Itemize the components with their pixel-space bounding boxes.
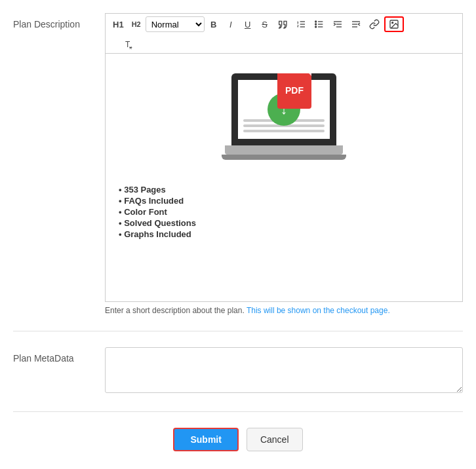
link-button[interactable] xyxy=(366,16,383,32)
bullet-item: Solved Questions xyxy=(119,218,449,228)
indent-left-button[interactable] xyxy=(329,16,346,32)
strikethrough-button[interactable]: S xyxy=(257,16,273,32)
ordered-list-button[interactable] xyxy=(292,16,309,32)
form-buttons: Submit Cancel xyxy=(13,428,463,451)
clear-format-button[interactable] xyxy=(109,36,125,52)
italic-button[interactable]: I xyxy=(223,16,239,32)
hint-link[interactable]: This will be shown on the checkout page. xyxy=(247,306,390,315)
plan-metadata-row: Plan MetaData xyxy=(13,347,463,412)
editor-toolbar-row2: Tx xyxy=(105,35,463,53)
pdf-corner-fold xyxy=(304,73,311,76)
pdf-label: PDF xyxy=(285,85,304,96)
bold-button[interactable]: B xyxy=(206,16,222,32)
laptop-graphic: PDF ↓ xyxy=(222,73,346,172)
svg-point-8 xyxy=(315,26,316,28)
editor-content-area[interactable]: PDF ↓ 353 Pa xyxy=(105,53,463,302)
unordered-list-button[interactable] xyxy=(311,16,328,32)
editor-toolbar-row1: H1 H2 Normal Heading 1 Heading 2 Heading… xyxy=(105,13,463,35)
svg-point-7 xyxy=(315,24,316,25)
indent-right-button[interactable] xyxy=(347,16,365,32)
plan-description-label: Plan Description xyxy=(13,13,105,31)
feature-bullet-list: 353 PagesFAQs IncludedColor FontSolved Q… xyxy=(119,185,449,239)
bullet-item: Graphs Included xyxy=(119,229,449,239)
format-select[interactable]: Normal Heading 1 Heading 2 Heading 3 xyxy=(146,16,205,32)
pdf-badge-body: PDF xyxy=(277,73,311,109)
pdf-badge: PDF xyxy=(277,73,311,109)
image-button[interactable] xyxy=(384,16,404,32)
plan-metadata-input[interactable] xyxy=(105,347,463,393)
plan-description-row: Plan Description H1 H2 Normal Heading 1 … xyxy=(13,13,463,331)
laptop-base xyxy=(225,145,343,155)
pdf-illustration: PDF ↓ xyxy=(218,73,349,172)
h1-button[interactable]: H1 xyxy=(109,16,127,32)
laptop-screen-inner: PDF ↓ xyxy=(238,80,330,139)
plan-description-editor: H1 H2 Normal Heading 1 Heading 2 Heading… xyxy=(105,13,463,315)
submit-button[interactable]: Submit xyxy=(173,428,238,451)
quote-button[interactable] xyxy=(274,16,291,32)
plan-metadata-content xyxy=(105,347,463,396)
plan-metadata-label: Plan MetaData xyxy=(13,347,105,366)
svg-point-16 xyxy=(391,22,393,24)
bullet-item: FAQs Included xyxy=(119,196,449,206)
editor-hint: Enter a short description about the plan… xyxy=(105,306,463,315)
laptop-stand xyxy=(222,155,346,160)
h2-button[interactable]: H2 xyxy=(129,16,144,32)
cancel-button[interactable]: Cancel xyxy=(247,428,303,451)
svg-point-6 xyxy=(315,21,316,22)
underline-button[interactable]: U xyxy=(240,16,256,32)
laptop-screen: PDF ↓ xyxy=(231,73,336,145)
bullet-item: 353 Pages xyxy=(119,185,449,195)
bullet-item: Color Font xyxy=(119,207,449,217)
